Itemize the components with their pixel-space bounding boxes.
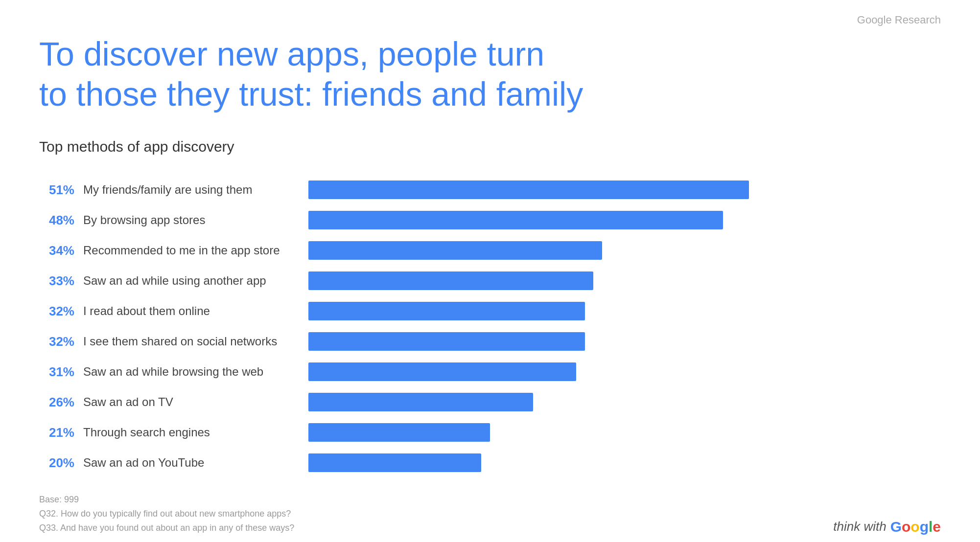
- bar-row: 34% Recommended to me in the app store: [39, 235, 941, 266]
- bar-pct: 32%: [39, 304, 83, 319]
- bar-fill: [308, 181, 749, 199]
- bar-label: Saw an ad while browsing the web: [83, 365, 308, 379]
- subtitle: Top methods of app discovery: [39, 138, 941, 155]
- bar-pct: 33%: [39, 273, 83, 289]
- bar-label: Saw an ad while using another app: [83, 274, 308, 288]
- google-research-label: Google Research: [857, 14, 941, 26]
- bar-row: 32% I see them shared on social networks: [39, 326, 941, 357]
- bar-pct: 21%: [39, 425, 83, 440]
- bar-container: [308, 175, 941, 205]
- bar-label: I see them shared on social networks: [83, 335, 308, 348]
- bar-container: [308, 205, 941, 235]
- bar-container: [308, 296, 941, 326]
- bar-container: [308, 326, 941, 357]
- footer: Base: 999 Q32. How do you typically find…: [39, 493, 941, 535]
- main-title: To discover new apps, people turnto thos…: [39, 34, 941, 114]
- bar-row: 33% Saw an ad while using another app: [39, 266, 941, 296]
- bar-container: [308, 235, 941, 266]
- bar-fill: [308, 302, 585, 320]
- bar-container: [308, 448, 941, 478]
- main-container: Google Research To discover new apps, pe…: [0, 0, 980, 542]
- bar-label: Saw an ad on TV: [83, 395, 308, 409]
- chart-area: 51% My friends/family are using them 48%…: [39, 175, 941, 478]
- bar-pct: 48%: [39, 213, 83, 228]
- bar-pct: 32%: [39, 334, 83, 349]
- bar-fill: [308, 423, 490, 442]
- footer-text: Base: 999 Q32. How do you typically find…: [39, 493, 294, 535]
- q32-text: Q32. How do you typically find out about…: [39, 507, 294, 521]
- google-logo: Google: [890, 519, 941, 535]
- bar-container: [308, 266, 941, 296]
- bar-label: Saw an ad on YouTube: [83, 456, 308, 470]
- bar-label: My friends/family are using them: [83, 183, 308, 197]
- bar-fill: [308, 453, 481, 472]
- bar-pct: 20%: [39, 455, 83, 471]
- bar-pct: 34%: [39, 243, 83, 258]
- bar-fill: [308, 393, 533, 411]
- bar-container: [308, 387, 941, 417]
- bar-row: 26% Saw an ad on TV: [39, 387, 941, 417]
- base-text: Base: 999: [39, 493, 294, 507]
- bar-row: 48% By browsing app stores: [39, 205, 941, 235]
- bar-label: By browsing app stores: [83, 213, 308, 227]
- bar-fill: [308, 271, 593, 290]
- bar-label: I read about them online: [83, 304, 308, 318]
- bar-container: [308, 357, 941, 387]
- bar-label: Recommended to me in the app store: [83, 244, 308, 257]
- think-with-google-logo: think with Google: [833, 519, 941, 535]
- bar-row: 51% My friends/family are using them: [39, 175, 941, 205]
- think-with-label: think with: [833, 519, 886, 534]
- bar-label: Through search engines: [83, 426, 308, 439]
- bar-fill: [308, 362, 576, 381]
- bar-fill: [308, 241, 602, 260]
- bar-container: [308, 417, 941, 448]
- bar-fill: [308, 332, 585, 351]
- bar-row: 31% Saw an ad while browsing the web: [39, 357, 941, 387]
- bar-pct: 31%: [39, 364, 83, 380]
- q33-text: Q33. And have you found out about an app…: [39, 521, 294, 535]
- bar-fill: [308, 211, 723, 229]
- bar-pct: 26%: [39, 395, 83, 410]
- bar-pct: 51%: [39, 182, 83, 198]
- bar-row: 20% Saw an ad on YouTube: [39, 448, 941, 478]
- bar-row: 32% I read about them online: [39, 296, 941, 326]
- bar-row: 21% Through search engines: [39, 417, 941, 448]
